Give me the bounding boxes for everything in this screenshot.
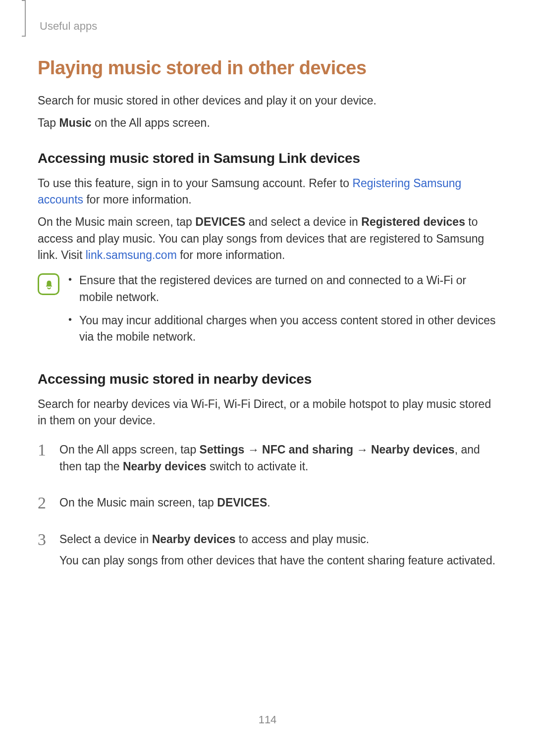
step-number-3: 3 <box>38 531 50 574</box>
step-number-2: 2 <box>38 495 50 516</box>
note-icon-container <box>38 272 59 352</box>
label-nfc-sharing: NFC and sharing <box>262 443 353 456</box>
nearby-intro: Search for nearby devices via Wi-Fi, Wi-… <box>38 396 497 429</box>
text: switch to activate it. <box>207 460 309 473</box>
step-number-1: 1 <box>38 442 50 480</box>
samsung-link-paragraph-1: To use this feature, sign in to your Sam… <box>38 175 497 208</box>
step-2: 2 On the Music main screen, tap DEVICES. <box>38 495 497 516</box>
note-item-2: You may incur additional charges when yo… <box>68 312 497 346</box>
label-settings: Settings <box>200 443 245 456</box>
text: for more information. <box>83 193 192 206</box>
subheading-nearby-devices: Accessing music stored in nearby devices <box>38 371 497 387</box>
text: Select a device in <box>59 533 152 546</box>
text: for more information. <box>177 249 285 261</box>
samsung-link-paragraph-2: On the Music main screen, tap DEVICES an… <box>38 214 497 263</box>
text: Tap <box>38 116 59 129</box>
arrow-icon: → <box>353 443 371 456</box>
note-item-1: Ensure that the registered devices are t… <box>68 272 497 305</box>
note-block: Ensure that the registered devices are t… <box>38 272 497 352</box>
page-title: Playing music stored in other devices <box>38 57 497 79</box>
text: to access and play music. <box>235 533 369 546</box>
bell-icon <box>38 273 59 295</box>
text: On the All apps screen, tap <box>59 443 200 456</box>
label-nearby-devices-switch: Nearby devices <box>123 460 207 473</box>
text: . <box>267 496 270 509</box>
text: On the Music main screen, tap <box>59 496 217 509</box>
page-number: 114 <box>0 713 535 726</box>
subheading-samsung-link: Accessing music stored in Samsung Link d… <box>38 151 497 166</box>
label-nearby-devices: Nearby devices <box>371 443 455 456</box>
page-header: Useful apps <box>0 0 535 33</box>
label-devices: DEVICES <box>195 215 245 228</box>
label-registered-devices: Registered devices <box>361 215 465 228</box>
section-name: Useful apps <box>40 20 535 33</box>
step-1: 1 On the All apps screen, tap Settings →… <box>38 442 497 480</box>
label-devices: DEVICES <box>217 496 267 509</box>
app-name-music: Music <box>59 116 91 129</box>
step-3: 3 Select a device in Nearby devices to a… <box>38 531 497 574</box>
intro-paragraph-2: Tap Music on the All apps screen. <box>38 115 497 131</box>
label-nearby-devices: Nearby devices <box>152 533 236 546</box>
step-2-text: On the Music main screen, tap DEVICES. <box>59 495 497 511</box>
intro-paragraph-1: Search for music stored in other devices… <box>38 93 497 109</box>
arrow-icon: → <box>244 443 262 456</box>
header-tab-marker <box>25 0 26 37</box>
step-3-line2: You can play songs from other devices th… <box>59 553 497 569</box>
text: on the All apps screen. <box>92 116 210 129</box>
step-3-text: Select a device in Nearby devices to acc… <box>59 531 497 548</box>
page-content: Playing music stored in other devices Se… <box>0 33 535 574</box>
step-1-text: On the All apps screen, tap Settings → N… <box>59 442 497 475</box>
text: To use this feature, sign in to your Sam… <box>38 177 352 190</box>
text: and select a device in <box>245 215 361 228</box>
text: On the Music main screen, tap <box>38 215 195 228</box>
step-list: 1 On the All apps screen, tap Settings →… <box>38 442 497 574</box>
note-list: Ensure that the registered devices are t… <box>68 272 497 352</box>
link-samsung-com[interactable]: link.samsung.com <box>86 249 177 261</box>
